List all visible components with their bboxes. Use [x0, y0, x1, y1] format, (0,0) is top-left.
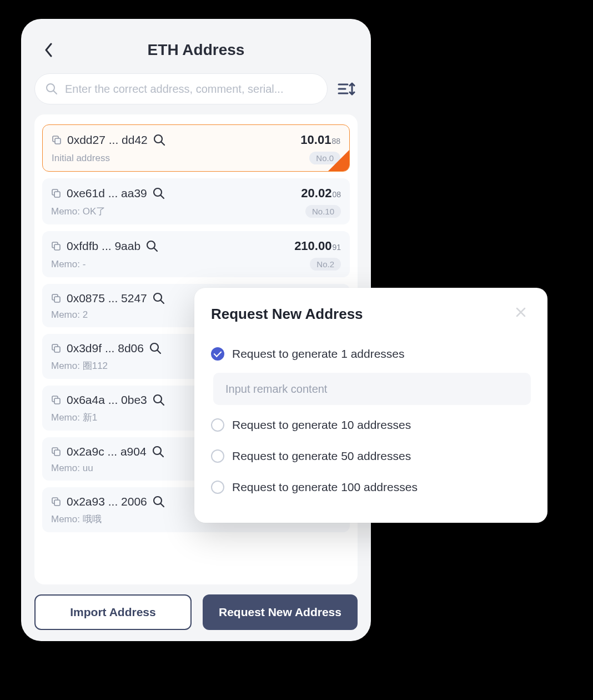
option-label: Request to generate 1 addresses [232, 347, 405, 361]
copy-icon [52, 135, 62, 145]
svg-rect-22 [54, 347, 60, 352]
sort-icon [338, 81, 355, 97]
magnify-icon [149, 342, 162, 354]
view-button[interactable] [152, 446, 164, 458]
option-row[interactable]: Request to generate 10 addresses [211, 409, 531, 441]
copy-icon [51, 395, 61, 405]
svg-rect-18 [54, 297, 60, 302]
modal-title: Request New Address [211, 306, 363, 323]
memo-text: Memo: 哦哦 [51, 513, 102, 526]
view-button[interactable] [153, 187, 165, 199]
copy-button[interactable] [51, 497, 61, 507]
radio[interactable] [211, 418, 224, 432]
modal-header: Request New Address [211, 306, 531, 323]
magnify-icon [153, 134, 165, 146]
view-button[interactable] [153, 496, 165, 508]
footer-buttons: Import Address Request New Address [34, 594, 358, 630]
svg-rect-6 [55, 138, 61, 144]
copy-button[interactable] [51, 293, 61, 303]
address-card[interactable]: 0xe61d ... aa3920.0208Memo: OK了No.10 [42, 178, 350, 224]
modal-options: Request to generate 1 addressesRequest t… [211, 338, 531, 503]
svg-line-8 [161, 142, 164, 146]
svg-rect-30 [54, 450, 60, 456]
number-badge: No.0 [309, 152, 340, 164]
copy-button[interactable] [51, 241, 61, 251]
copy-button[interactable] [51, 447, 61, 457]
svg-line-32 [160, 454, 163, 457]
svg-rect-34 [54, 500, 60, 506]
option-row[interactable]: Request to generate 1 addresses [211, 338, 531, 369]
magnify-icon [153, 496, 165, 508]
magnify-icon [153, 187, 165, 199]
view-button[interactable] [153, 134, 165, 146]
view-button[interactable] [149, 342, 162, 354]
svg-line-16 [154, 248, 158, 252]
address-card[interactable]: 0xfdfb ... 9aab210.0091Memo: -No.2 [42, 231, 350, 277]
search-box[interactable] [34, 73, 328, 104]
svg-line-24 [157, 351, 160, 354]
copy-button[interactable] [51, 188, 61, 198]
memo-text: Memo: 2 [51, 309, 88, 321]
memo-text: Memo: OK了 [51, 205, 105, 218]
memo-text: Memo: 新1 [51, 411, 97, 424]
search-icon [45, 82, 58, 96]
copy-icon [51, 447, 61, 457]
magnify-icon [146, 240, 158, 252]
close-button[interactable] [515, 307, 531, 322]
address-text: 0xe61d ... aa39 [67, 187, 295, 200]
memo-text: Initial address [52, 153, 110, 164]
balance: 10.0188 [300, 133, 340, 147]
sort-button[interactable] [335, 78, 358, 100]
memo-text: Memo: - [51, 259, 86, 270]
address-text: 0xdd27 ... dd42 [67, 133, 295, 147]
search-input[interactable] [65, 83, 317, 96]
view-button[interactable] [146, 240, 158, 252]
copy-icon [51, 497, 61, 507]
balance: 20.0208 [301, 186, 341, 201]
option-label: Request to generate 50 addresses [232, 449, 411, 463]
copy-button[interactable] [52, 135, 62, 145]
view-button[interactable] [153, 394, 165, 406]
magnify-icon [153, 292, 165, 304]
import-address-button[interactable]: Import Address [34, 594, 192, 630]
svg-line-20 [160, 301, 164, 304]
magnify-icon [153, 394, 165, 406]
copy-icon [51, 343, 61, 353]
memo-text: Memo: 圈112 [51, 359, 108, 372]
copy-icon [51, 293, 61, 303]
close-icon [515, 307, 526, 318]
number-badge: No.10 [305, 205, 341, 218]
svg-rect-14 [54, 244, 60, 250]
radio[interactable] [211, 449, 224, 463]
request-new-address-button[interactable]: Request New Address [203, 594, 358, 630]
option-row[interactable]: Request to generate 50 addresses [211, 441, 531, 472]
address-text: 0xfdfb ... 9aab [67, 239, 289, 253]
search-row [34, 73, 358, 104]
copy-icon [51, 241, 61, 251]
svg-rect-10 [54, 192, 60, 197]
svg-line-36 [160, 504, 164, 507]
radio[interactable] [211, 481, 224, 494]
back-button[interactable] [40, 41, 58, 59]
copy-icon [51, 188, 61, 198]
balance: 210.0091 [294, 239, 341, 253]
page-title: ETH Address [148, 41, 245, 59]
header: ETH Address [34, 32, 358, 68]
address-card[interactable]: 0xdd27 ... dd4210.0188Initial addressNo.… [42, 124, 350, 172]
svg-rect-26 [54, 398, 60, 404]
number-badge: No.2 [310, 258, 341, 271]
magnify-icon [152, 446, 164, 458]
remark-input[interactable] [213, 373, 531, 405]
option-label: Request to generate 10 addresses [232, 418, 411, 432]
option-label: Request to generate 100 addresses [232, 481, 418, 494]
copy-button[interactable] [51, 343, 61, 353]
copy-button[interactable] [51, 395, 61, 405]
option-row[interactable]: Request to generate 100 addresses [211, 472, 531, 503]
svg-line-1 [54, 91, 57, 94]
view-button[interactable] [153, 292, 165, 304]
svg-line-12 [160, 196, 164, 199]
request-modal: Request New Address Request to generate … [194, 288, 547, 523]
svg-line-28 [160, 402, 164, 406]
chevron-left-icon [44, 43, 53, 57]
radio[interactable] [211, 347, 224, 361]
